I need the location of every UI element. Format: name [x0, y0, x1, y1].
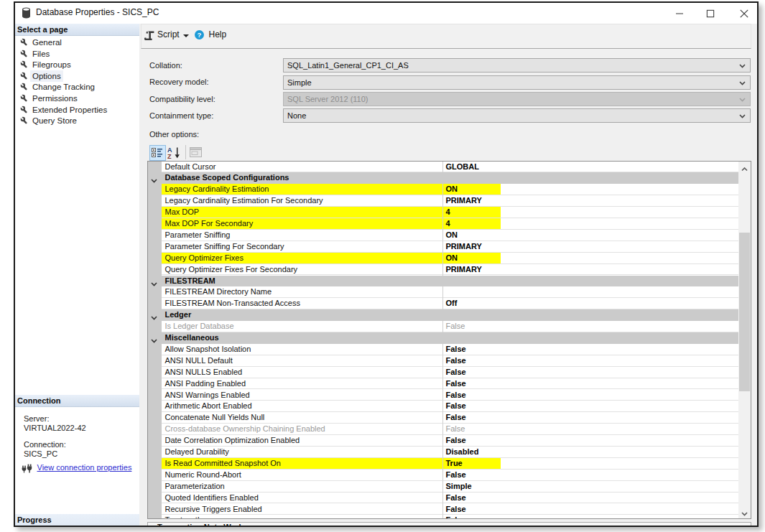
- svg-text:Z: Z: [167, 152, 172, 159]
